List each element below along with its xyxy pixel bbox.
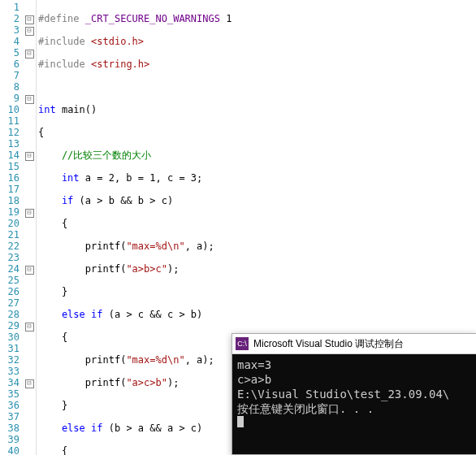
fold-toggle-icon[interactable]: ⊟: [25, 95, 34, 104]
line-number: 2: [0, 13, 19, 24]
fold-toggle-icon[interactable]: ⊟: [25, 15, 34, 24]
line-number: 3: [0, 24, 19, 36]
fold-toggle-icon[interactable]: ⊟: [25, 27, 34, 36]
console-icon: C:\: [236, 337, 249, 350]
line-number: 28: [0, 309, 19, 320]
line-number: 13: [0, 138, 19, 150]
line-number: 9: [0, 93, 19, 104]
line-number: 10: [0, 104, 19, 115]
line-number: 36: [0, 400, 19, 411]
fold-toggle-icon[interactable]: ⊟: [25, 152, 34, 161]
line-number: 35: [0, 388, 19, 400]
line-number: 19: [0, 206, 19, 218]
line-number: 34: [0, 377, 19, 388]
fold-toggle-icon[interactable]: ⊟: [25, 266, 34, 275]
fold-toggle-icon[interactable]: ⊟: [25, 379, 34, 388]
line-number: 23: [0, 252, 19, 263]
line-number: 29: [0, 320, 19, 332]
line-number: 30: [0, 332, 19, 343]
line-number: 32: [0, 354, 19, 366]
fold-toggle-icon[interactable]: ⊟: [25, 323, 34, 332]
line-number: 18: [0, 195, 19, 206]
line-number: 40: [0, 445, 19, 455]
line-number: 8: [0, 81, 19, 93]
line-number: 24: [0, 263, 19, 275]
line-number: 22: [0, 240, 19, 252]
line-number: 31: [0, 343, 19, 354]
line-number: 38: [0, 422, 19, 434]
debug-console-window[interactable]: C:\ Microsoft Visual Studio 调试控制台 max=3 …: [232, 333, 476, 455]
line-number: 5: [0, 47, 19, 58]
line-number: 33: [0, 366, 19, 377]
line-number: 20: [0, 218, 19, 229]
line-number: 16: [0, 172, 19, 184]
line-number: 37: [0, 411, 19, 422]
line-number: 7: [0, 70, 19, 81]
line-number: 4: [0, 36, 19, 47]
cursor-icon: [237, 416, 244, 427]
fold-toggle-icon[interactable]: ⊟: [25, 50, 34, 58]
console-output[interactable]: max=3 c>a>b E:\Visual Studio\test_23.09.…: [232, 354, 476, 434]
line-number: 11: [0, 115, 19, 127]
line-number: 14: [0, 150, 19, 161]
line-number: 21: [0, 229, 19, 240]
console-titlebar[interactable]: C:\ Microsoft Visual Studio 调试控制台: [232, 334, 476, 354]
line-number: 1: [0, 2, 19, 13]
line-number-gutter: 1 2 3 4 5 6 7 8 9 10 11 12 13 14 15 16 1…: [0, 0, 23, 455]
fold-toggle-icon[interactable]: ⊟: [25, 209, 34, 218]
line-number: 39: [0, 434, 19, 445]
line-number: 6: [0, 58, 19, 70]
line-number: 12: [0, 127, 19, 138]
line-number: 17: [0, 184, 19, 195]
fold-gutter: ⊟ ⊟ ⊟ ⊟ ⊟ ⊟ ⊟ ⊟ ⊟: [23, 0, 36, 455]
line-number: 25: [0, 275, 19, 286]
line-number: 15: [0, 161, 19, 172]
line-number: 27: [0, 297, 19, 309]
line-number: 26: [0, 286, 19, 297]
console-title-text: Microsoft Visual Studio 调试控制台: [253, 337, 404, 351]
